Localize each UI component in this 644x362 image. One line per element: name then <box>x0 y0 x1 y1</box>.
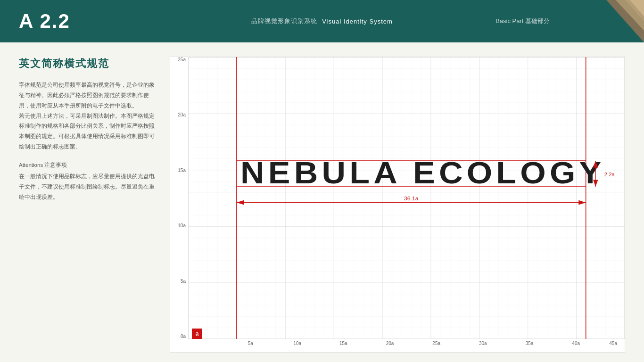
header: A 2.2 品牌视觉形象识别系统 Visual Identity System … <box>0 0 644 42</box>
svg-text:2.2a: 2.2a <box>604 172 615 177</box>
x-label-45a: 45a <box>609 341 617 346</box>
y-axis: 25a 20a 15a 10a 5a 0a <box>170 57 188 339</box>
x-label-35a: 35a <box>526 341 534 346</box>
grid-diagram: 25a 20a 15a 10a 5a 0a <box>170 57 625 353</box>
y-label-0a: 0a <box>181 334 188 339</box>
section-title: 英文简称横式规范 <box>19 57 156 71</box>
y-label-25a: 25a <box>178 57 188 62</box>
unit-badge-label: a <box>196 330 199 337</box>
header-subtitle: 品牌视觉形象识别系统 Visual Identity System <box>251 17 393 25</box>
subtitle-cn: 品牌视觉形象识别系统 <box>251 17 317 25</box>
subtitle-en: Visual Identity System <box>322 18 393 25</box>
svg-text:NEBULA ECOLOGY: NEBULA ECOLOGY <box>240 156 605 190</box>
x-label-30a: 30a <box>479 341 487 346</box>
y-label-20a: 20a <box>178 112 188 117</box>
attention-text: 在一般情况下使用品牌标志，应尽量使用提供的光盘电子文件，不建议使用标准制图绘制标… <box>19 172 156 203</box>
x-label-20a: 20a <box>386 341 394 346</box>
grid-svg: NEBULA ECOLOGY 36.1a 2.2a <box>188 57 625 339</box>
page-code: A 2.2 <box>19 10 70 33</box>
description-text: 字体规范是公司使用频率最高的视觉符号，是企业的象征与精神。因此必须严格按照图例规… <box>19 80 156 152</box>
header-decoration <box>569 0 644 42</box>
svg-text:36.1a: 36.1a <box>404 195 419 202</box>
x-label-10a: 10a <box>293 341 301 346</box>
main-content: 英文简称横式规范 字体规范是公司使用频率最高的视觉符号，是企业的象征与精神。因此… <box>0 42 644 362</box>
left-panel: 英文简称横式规范 字体规范是公司使用频率最高的视觉符号，是企业的象征与精神。因此… <box>19 57 156 353</box>
x-axis: 5a 10a 15a 20a 25a 30a 35a 40a 45a <box>188 339 625 352</box>
attention-title: Attentions 注意事项 <box>19 162 156 169</box>
unit-badge: a <box>192 329 202 339</box>
x-label-25a: 25a <box>432 341 440 346</box>
x-label-5a: 5a <box>248 341 253 346</box>
x-label-40a: 40a <box>572 341 580 346</box>
y-label-10a: 10a <box>178 223 188 228</box>
header-section: Basic Part 基础部分 <box>495 17 550 25</box>
y-label-5a: 5a <box>181 279 188 284</box>
y-label-15a: 15a <box>178 168 188 173</box>
x-label-15a: 15a <box>339 341 347 346</box>
